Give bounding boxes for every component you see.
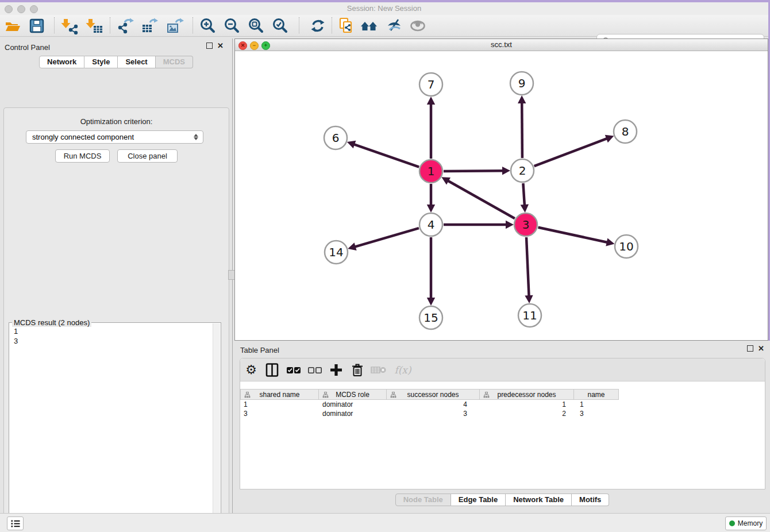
show-all-networks-button[interactable] — [360, 17, 379, 35]
mcds-result-list: 1 3 — [14, 326, 18, 346]
column-header-MCDS-role[interactable]: MCDS role — [319, 389, 387, 400]
graph-edge-2-3[interactable] — [523, 183, 525, 206]
tab-edge-table[interactable]: Edge Table — [451, 494, 506, 506]
tab-select[interactable]: Select — [118, 56, 155, 68]
network-canvas-svg[interactable]: 1234678910111415 — [235, 51, 768, 340]
column-header-name[interactable]: name — [574, 389, 619, 400]
clone-network-icon — [337, 17, 355, 35]
graph-arrowhead — [427, 97, 435, 105]
close-icon[interactable]: ✕ — [217, 43, 224, 49]
graph-arrowhead — [506, 221, 514, 229]
tab-node-table[interactable]: Node Table — [395, 494, 451, 506]
node-table-container: ⚙ — [240, 358, 765, 489]
export-network-button[interactable] — [116, 17, 136, 35]
task-history-button[interactable] — [7, 516, 24, 530]
maximize-network-icon[interactable]: + — [261, 41, 270, 50]
select-all-button[interactable] — [285, 361, 302, 379]
toolbar-separator — [192, 17, 193, 33]
zoom-selected-button[interactable] — [271, 17, 290, 35]
graph-edge-3-10[interactable] — [538, 228, 609, 243]
graph-edge-4-14[interactable] — [354, 228, 419, 247]
sitemap-icon — [244, 392, 251, 398]
graph-node-label: 8 — [622, 125, 629, 138]
toggle-graphics-details-button[interactable] — [385, 17, 405, 35]
export-network-icon — [117, 17, 135, 34]
window-traffic-lights[interactable] — [5, 5, 43, 16]
import-table-icon — [84, 17, 103, 34]
export-table-button[interactable] — [140, 17, 160, 35]
graph-node-label: 3 — [522, 218, 530, 232]
close-window-dot[interactable] — [5, 5, 13, 13]
graph-edge-2-9[interactable] — [522, 102, 522, 158]
graph-node-label: 4 — [428, 218, 435, 232]
delete-columns-button[interactable] — [370, 361, 387, 379]
minimize-window-dot[interactable] — [17, 5, 25, 13]
graph-edge-3-1[interactable] — [447, 180, 515, 219]
close-panel-button[interactable]: Close panel — [117, 149, 178, 163]
tab-network[interactable]: Network — [39, 56, 84, 68]
import-network-button[interactable] — [59, 17, 79, 35]
apply-layout-button[interactable] — [308, 17, 328, 35]
clone-network-button[interactable] — [336, 17, 356, 35]
sitemap-icon — [483, 392, 490, 398]
graph-arrowhead — [427, 298, 435, 306]
column-header-successor-nodes[interactable]: successor nodes — [387, 389, 480, 400]
control-panel-tabs-row: NetworkStyleSelectMCDS — [0, 56, 232, 68]
select-all-icon — [286, 363, 302, 377]
table-header-row: shared nameMCDS rolesuccessor nodesprede… — [240, 389, 619, 400]
run-mcds-button[interactable]: Run MCDS — [55, 149, 110, 163]
minimize-network-icon[interactable]: − — [250, 41, 259, 50]
graph-edge-1-2[interactable] — [444, 171, 504, 171]
tab-network-table[interactable]: Network Table — [506, 494, 572, 506]
memory-status-icon — [729, 521, 735, 526]
control-panel-window-icons: ✕ — [206, 43, 224, 49]
criterion-select[interactable]: strongly connected component — [26, 130, 203, 144]
table-row[interactable]: 3dominator323 — [240, 409, 619, 418]
graph-edge-1-6[interactable] — [353, 144, 419, 167]
memory-button[interactable]: Memory — [725, 516, 767, 530]
column-header-shared-name[interactable]: shared name — [240, 389, 319, 400]
open-file-button[interactable] — [3, 17, 22, 35]
tab-motifs[interactable]: Motifs — [572, 494, 609, 506]
memory-label: Memory — [738, 519, 763, 527]
zoom-fit-button[interactable] — [247, 17, 266, 35]
show-columns-button[interactable] — [264, 361, 281, 379]
delete-rows-button[interactable] — [349, 361, 366, 379]
function-builder-button[interactable]: f(x) — [391, 361, 414, 379]
close-network-icon[interactable]: ✕ — [238, 41, 247, 50]
save-session-button[interactable] — [27, 17, 47, 35]
import-table-button[interactable] — [84, 17, 103, 35]
result-scrollbar[interactable] — [213, 323, 220, 532]
network-window-titlebar[interactable]: ✕ − + scc.txt — [235, 39, 768, 51]
column-header-predecessor-nodes[interactable]: predecessor nodes — [480, 389, 574, 400]
add-row-button[interactable] — [328, 361, 345, 379]
zoom-in-button[interactable] — [198, 17, 218, 35]
table-body: 1dominator4113dominator323 — [240, 400, 619, 418]
eye-slash-icon — [386, 17, 404, 34]
tab-style[interactable]: Style — [84, 56, 118, 68]
columns-icon — [265, 363, 280, 377]
zoom-window-dot[interactable] — [30, 5, 38, 13]
table-tabs-row: Node TableEdge TableNetwork TableMotifs — [234, 494, 770, 506]
fx-icon: f(x) — [394, 364, 411, 376]
zoom-fit-icon — [248, 17, 265, 34]
open-folder-icon — [4, 17, 21, 34]
toolbar-separator — [299, 17, 299, 33]
control-panel-title: Control Panel — [5, 42, 50, 52]
table-row[interactable]: 1dominator411 — [240, 400, 619, 409]
float-icon[interactable] — [747, 345, 753, 352]
export-image-button[interactable] — [165, 17, 185, 35]
tab-mcds[interactable]: MCDS — [156, 56, 193, 68]
mcds-result-box[interactable]: MCDS result (2 nodes) 1 3 — [9, 322, 221, 532]
deselect-all-button[interactable] — [306, 361, 324, 379]
graph-edge-3-11[interactable] — [526, 237, 529, 297]
zoom-out-button[interactable] — [222, 17, 242, 35]
table-panel-title: Table Panel — [240, 345, 279, 355]
graph-edge-2-8[interactable] — [534, 138, 609, 166]
float-icon[interactable] — [206, 43, 213, 49]
zoom-out-icon — [224, 17, 241, 34]
show-hide-panel-button[interactable] — [408, 17, 428, 35]
gear-icon: ⚙ — [245, 361, 257, 379]
close-icon[interactable]: ✕ — [758, 345, 764, 352]
table-options-button[interactable]: ⚙ — [242, 361, 260, 379]
